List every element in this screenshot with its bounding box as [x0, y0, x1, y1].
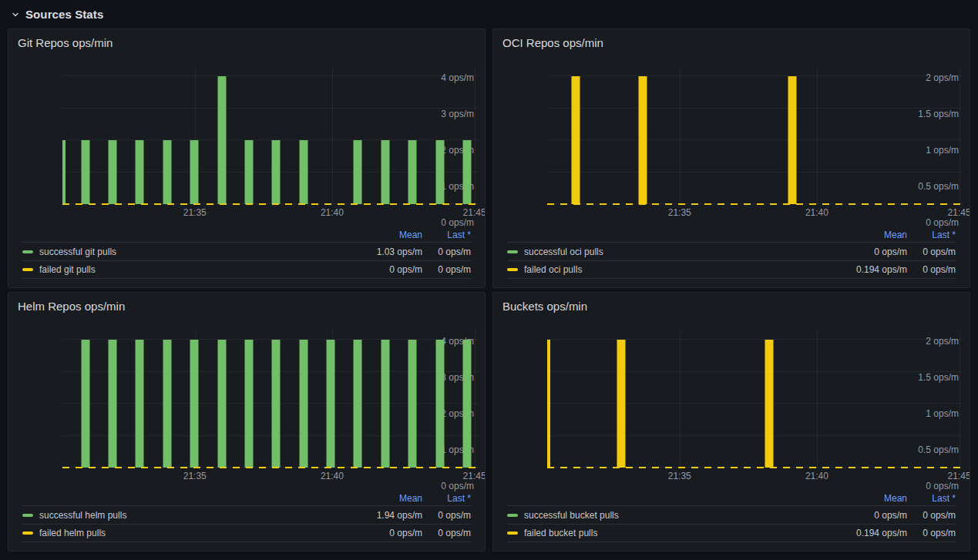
- panel-title[interactable]: Buckets ops/min: [502, 300, 587, 313]
- legend-series-label: successful helm pulls: [39, 510, 126, 521]
- legend-sort-mean[interactable]: Mean: [353, 230, 422, 240]
- bar-successful-git-pulls[interactable]: [381, 140, 389, 204]
- legend-row: successful bucket pulls0 ops/m0 ops/m: [507, 505, 956, 524]
- plot-area: [62, 67, 479, 204]
- bar-successful-git-pulls[interactable]: [136, 140, 144, 204]
- bar-successful-helm-pulls[interactable]: [217, 340, 226, 468]
- bar-successful-git-pulls[interactable]: [190, 140, 199, 204]
- legend-sort-last[interactable]: Last *: [907, 493, 956, 504]
- bar-successful-git-pulls[interactable]: [109, 140, 117, 204]
- panel-header: Buckets ops/min: [493, 293, 970, 314]
- bar-successful-helm-pulls[interactable]: [408, 340, 417, 468]
- bar-failed-oci-pulls[interactable]: [571, 76, 580, 204]
- panel-title[interactable]: Git Repos ops/min: [18, 36, 113, 49]
- gridline-vertical: [817, 67, 818, 204]
- legend-sort-last[interactable]: Last *: [907, 230, 956, 240]
- panel-buckets: Buckets ops/min 0 ops/m0.5 ops/m1 ops/m1…: [492, 292, 970, 552]
- legend-series-label: failed helm pulls: [39, 528, 106, 538]
- bar-successful-helm-pulls[interactable]: [272, 340, 281, 468]
- series-color-swatch-icon: [22, 531, 33, 535]
- bar-failed-oci-pulls[interactable]: [788, 76, 796, 204]
- legend-sort-mean[interactable]: Mean: [353, 493, 422, 504]
- bar-successful-helm-pulls[interactable]: [327, 340, 335, 468]
- bar-successful-git-pulls[interactable]: [62, 140, 66, 204]
- legend-series-label: failed bucket pulls: [524, 528, 597, 538]
- legend-series-toggle[interactable]: successful git pulls: [22, 246, 353, 257]
- bar-successful-git-pulls[interactable]: [81, 140, 89, 204]
- bar-successful-helm-pulls[interactable]: [244, 340, 253, 468]
- x-axis-tick-label: 21:40: [321, 471, 344, 481]
- gridline-vertical: [475, 67, 476, 204]
- legend-sort-mean[interactable]: Mean: [838, 493, 907, 504]
- legend-series-toggle[interactable]: failed oci pulls: [507, 264, 838, 275]
- x-axis-tick-label: 21:35: [668, 207, 691, 218]
- legend-sort-last[interactable]: Last *: [422, 230, 471, 240]
- bar-failed-oci-pulls[interactable]: [639, 76, 647, 204]
- x-axis-tick-label: 21:35: [183, 471, 207, 481]
- bar-failed-bucket-pulls[interactable]: [617, 340, 625, 468]
- legend-last-value: 0 ops/m: [422, 528, 471, 538]
- legend-series-toggle[interactable]: successful oci pulls: [507, 246, 838, 257]
- bar-successful-helm-pulls[interactable]: [381, 340, 389, 468]
- bar-successful-git-pulls[interactable]: [272, 140, 281, 204]
- row-header-sources-stats[interactable]: Sources Stats: [0, 0, 978, 29]
- legend-series-toggle[interactable]: failed git pulls: [22, 264, 353, 275]
- x-axis-tick-label: 21:35: [183, 207, 207, 218]
- bar-successful-helm-pulls[interactable]: [190, 340, 199, 468]
- x-axis-tick-label: 21:35: [668, 471, 691, 481]
- bar-successful-git-pulls[interactable]: [299, 140, 308, 204]
- panel-header: Git Repos ops/min: [8, 29, 485, 50]
- legend-header: MeanLast *: [507, 227, 956, 242]
- bar-successful-git-pulls[interactable]: [408, 140, 417, 204]
- panel-title[interactable]: OCI Repos ops/min: [502, 36, 603, 49]
- legend-series-toggle[interactable]: failed helm pulls: [22, 528, 353, 538]
- legend-mean-value: 0 ops/m: [838, 510, 907, 521]
- bar-successful-git-pulls[interactable]: [217, 76, 226, 204]
- legend-mean-value: 0 ops/m: [838, 246, 907, 257]
- zero-value-dashed-line: [62, 203, 479, 205]
- bar-successful-helm-pulls[interactable]: [299, 340, 308, 468]
- legend-series-toggle[interactable]: successful helm pulls: [22, 510, 353, 521]
- series-color-swatch-icon: [507, 268, 518, 271]
- bar-successful-git-pulls[interactable]: [244, 140, 253, 204]
- legend-series-toggle[interactable]: failed bucket pulls: [507, 528, 838, 538]
- panel-git-repos: Git Repos ops/min 0 ops/m1 ops/m2 ops/m3…: [8, 29, 486, 288]
- plot-area: [547, 330, 963, 468]
- legend-series-toggle[interactable]: successful bucket pulls: [507, 510, 838, 521]
- bar-failed-bucket-pulls[interactable]: [547, 340, 550, 468]
- gridline-horizontal: [62, 108, 479, 109]
- bar-successful-git-pulls[interactable]: [462, 140, 471, 204]
- chart-oci-repos[interactable]: 0 ops/m0.5 ops/m1 ops/m1.5 ops/m2 ops/m2…: [499, 67, 965, 223]
- panel-grid: Git Repos ops/min 0 ops/m1 ops/m2 ops/m3…: [0, 29, 978, 552]
- bar-successful-git-pulls[interactable]: [435, 140, 444, 204]
- panel-title[interactable]: Helm Repos ops/min: [18, 300, 125, 313]
- legend-sort-last[interactable]: Last *: [422, 493, 471, 504]
- bar-successful-helm-pulls[interactable]: [81, 340, 89, 468]
- plot-area: [547, 67, 963, 204]
- legend-row: failed oci pulls0.194 ops/m0 ops/m: [507, 260, 956, 279]
- gridline-vertical: [960, 330, 960, 468]
- panel-header: OCI Repos ops/min: [493, 29, 970, 50]
- chart-buckets[interactable]: 0 ops/m0.5 ops/m1 ops/m1.5 ops/m2 ops/m2…: [499, 330, 965, 486]
- bar-successful-helm-pulls[interactable]: [109, 340, 117, 468]
- legend-series-label: successful oci pulls: [524, 246, 603, 257]
- legend-oci-repos: MeanLast *successful oci pulls0 ops/m0 o…: [507, 227, 956, 279]
- gridline-horizontal: [547, 435, 963, 436]
- bar-successful-helm-pulls[interactable]: [435, 340, 444, 468]
- x-axis-tick-label: 21:45: [948, 471, 970, 481]
- gridline-horizontal: [547, 108, 963, 109]
- dashboard-page: Sources Stats Git Repos ops/min 0 ops/m1…: [0, 0, 978, 552]
- legend-row: successful git pulls1.03 ops/m0 ops/m: [22, 242, 471, 260]
- bar-successful-helm-pulls[interactable]: [462, 340, 471, 468]
- bar-successful-git-pulls[interactable]: [163, 140, 171, 204]
- bar-failed-bucket-pulls[interactable]: [765, 340, 773, 468]
- bar-successful-helm-pulls[interactable]: [136, 340, 144, 468]
- legend-sort-mean[interactable]: Mean: [838, 230, 907, 240]
- bar-successful-git-pulls[interactable]: [354, 140, 362, 204]
- chart-git-repos[interactable]: 0 ops/m1 ops/m2 ops/m3 ops/m4 ops/m21:35…: [15, 67, 480, 223]
- gridline-horizontal: [547, 139, 963, 140]
- gridline-horizontal: [547, 371, 963, 372]
- chart-helm-repos[interactable]: 0 ops/m1 ops/m2 ops/m3 ops/m4 ops/m21:35…: [15, 330, 480, 486]
- bar-successful-helm-pulls[interactable]: [163, 340, 171, 468]
- bar-successful-helm-pulls[interactable]: [354, 340, 362, 468]
